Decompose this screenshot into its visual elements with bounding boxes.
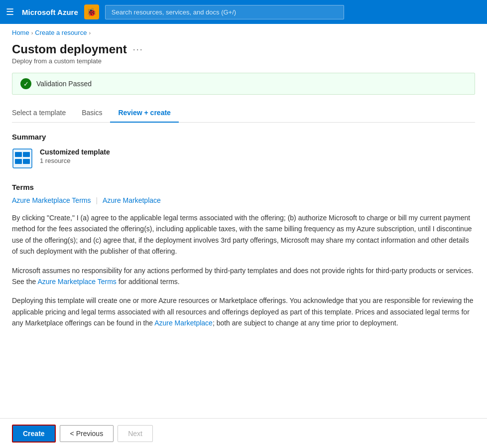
top-navigation: ☰ Microsoft Azure 🐞 Search resources, se…	[0, 0, 487, 24]
svg-rect-4	[23, 159, 30, 164]
terms-section-title: Terms	[12, 183, 475, 191]
more-options-button[interactable]: ···	[133, 44, 143, 55]
tab-select-template[interactable]: Select a template	[12, 105, 74, 123]
brand-name: Microsoft Azure	[22, 8, 78, 16]
terms-paragraph2: Microsoft assumes no responsibility for …	[12, 265, 475, 288]
template-icon	[12, 148, 33, 169]
validation-banner: ✓ Validation Passed	[12, 73, 475, 95]
notification-icon[interactable]: 🐞	[84, 4, 99, 19]
tab-review-create[interactable]: Review + create	[110, 105, 178, 123]
azure-marketplace-link[interactable]: Azure Marketplace	[103, 196, 161, 204]
validation-message: Validation Passed	[36, 80, 92, 88]
terms-section: Terms Azure Marketplace Terms | Azure Ma…	[12, 183, 475, 329]
tab-basics[interactable]: Basics	[74, 105, 110, 123]
summary-section-title: Summary	[12, 133, 475, 141]
tab-bar: Select a template Basics Review + create	[12, 105, 475, 123]
breadcrumb: Home › Create a resource ›	[0, 24, 487, 38]
search-placeholder: Search resources, services, and docs (G+…	[112, 8, 236, 16]
template-name: Customized template	[40, 148, 110, 156]
page-header: Custom deployment ··· Deploy from a cust…	[0, 38, 487, 65]
main-content: Summary Customized template 1 resource T…	[0, 123, 487, 347]
hamburger-menu[interactable]: ☰	[6, 6, 14, 17]
breadcrumb-home[interactable]: Home	[12, 29, 29, 36]
page-title: Custom deployment	[12, 42, 127, 56]
terms-paragraph1: By clicking "Create," I (a) agree to the…	[12, 212, 475, 257]
svg-rect-3	[15, 159, 22, 164]
validation-check-icon: ✓	[20, 78, 31, 89]
summary-card: Customized template 1 resource	[12, 148, 475, 169]
svg-rect-2	[23, 152, 30, 157]
svg-rect-0	[13, 149, 32, 168]
page-subtitle: Deploy from a custom template	[12, 57, 475, 65]
azure-marketplace-terms-link[interactable]: Azure Marketplace Terms	[12, 196, 91, 204]
terms-paragraph3-end: ; both are subject to change at any time…	[213, 319, 398, 327]
terms-paragraph2-link[interactable]: Azure Marketplace Terms	[37, 278, 116, 286]
resource-count: 1 resource	[40, 157, 110, 164]
summary-info: Customized template 1 resource	[40, 148, 110, 164]
breadcrumb-sep2: ›	[89, 30, 91, 36]
terms-links: Azure Marketplace Terms | Azure Marketpl…	[12, 196, 475, 204]
svg-rect-1	[15, 152, 22, 157]
bug-icon: 🐞	[87, 7, 97, 17]
terms-paragraph2-end: for additional terms.	[117, 278, 180, 286]
terms-paragraph3-link[interactable]: Azure Marketplace	[154, 319, 213, 327]
search-bar[interactable]: Search resources, services, and docs (G+…	[105, 5, 344, 19]
breadcrumb-sep1: ›	[31, 30, 33, 36]
breadcrumb-create-resource[interactable]: Create a resource	[35, 29, 87, 36]
terms-divider: |	[96, 196, 98, 204]
terms-paragraph3: Deploying this template will create one …	[12, 295, 475, 328]
